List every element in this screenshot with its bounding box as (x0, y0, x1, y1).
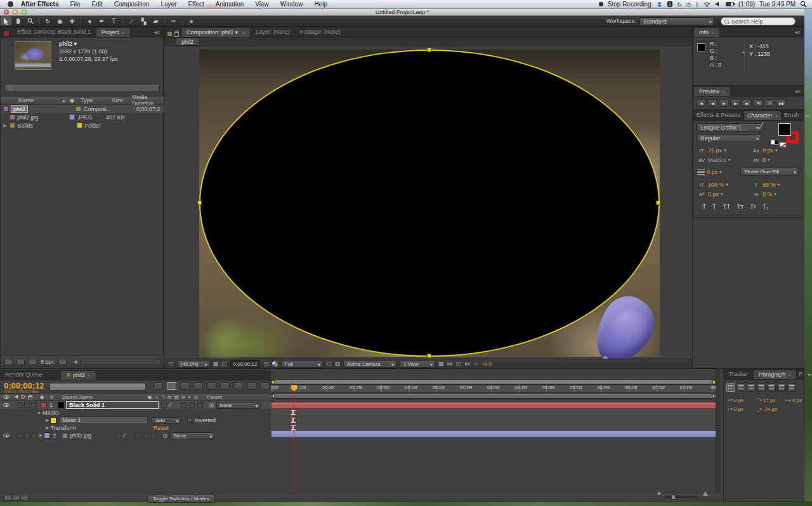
chevron-down-icon[interactable]: ▾ (728, 157, 731, 163)
leading-value[interactable]: 0 px (763, 147, 773, 154)
tab-layer[interactable]: Layer: (none) (251, 27, 295, 37)
layer-bar-black-solid[interactable] (271, 402, 716, 409)
project-row-solids[interactable]: ▶Solids Folder (1, 121, 164, 130)
ellipse-mask-black-solid[interactable] (199, 50, 660, 357)
layer-eye-icon[interactable] (3, 403, 10, 407)
window-title-bar[interactable]: Untitled Project.aep * (0, 9, 804, 16)
bluetooth-icon[interactable]: ᛒ (696, 1, 699, 8)
style-button[interactable]: Tᴛ (737, 203, 743, 210)
blend-switch[interactable] (143, 433, 148, 439)
stop-recording-icon[interactable] (599, 2, 603, 6)
baseline-shift-value[interactable]: 0 px (708, 191, 719, 197)
expand-transfer-controls-icon[interactable] (12, 495, 20, 501)
snapshot-icon[interactable]: ◫ (263, 361, 269, 367)
project-bit-depth[interactable]: 8 bpc (41, 359, 55, 365)
tab-tracker[interactable]: Tracker (724, 370, 753, 379)
interpret-footage-icon[interactable] (4, 359, 13, 365)
tab-project[interactable]: Project× (96, 27, 131, 37)
hand-tool[interactable] (13, 17, 23, 25)
roto-brush-tool[interactable]: ✑ (168, 17, 179, 25)
timeline-search-input[interactable] (49, 383, 146, 390)
indent-right-value[interactable]: 0 px (792, 397, 802, 403)
timeline-tracks-area[interactable]: 0:00f0:15f01:00f01:15f02:00f02:15f03:00f… (271, 369, 720, 502)
sync-icon[interactable]: ↻ (677, 1, 682, 8)
brush-tool[interactable]: ∕ (126, 17, 137, 25)
navigator-start-handle[interactable] (272, 394, 275, 397)
indent-left-value[interactable]: 0 px (734, 397, 743, 403)
horizontal-scale-value[interactable]: 89 % (763, 182, 776, 188)
auto-keyframe-icon[interactable] (247, 382, 256, 390)
style-button[interactable]: T (702, 203, 706, 210)
project-row-phil2[interactable]: phil2 Composi... 0;00;07;2 (1, 105, 164, 113)
transport-button[interactable]: ◀| (707, 99, 717, 107)
tab-info[interactable]: Info× (693, 27, 720, 37)
pixel-aspect-icon[interactable]: ▦ (438, 361, 444, 367)
transparency-grid-icon[interactable]: ▨ (334, 361, 340, 367)
menu-item[interactable]: After Effects (20, 0, 64, 9)
show-channel-icon[interactable] (272, 361, 278, 367)
mask-name[interactable]: Mask 1 (59, 416, 148, 424)
transport-button[interactable]: ◄)) (753, 99, 763, 107)
tab-timeline-phil2[interactable]: phil2× (60, 370, 96, 380)
view-layout-dropdown[interactable]: 1 View (400, 360, 435, 368)
menu-item[interactable]: Window (275, 0, 309, 9)
timeline-zoom-slider[interactable] (665, 496, 698, 498)
masks-group-row[interactable]: ▼ Masks (0, 409, 271, 416)
trash-icon[interactable] (58, 359, 67, 365)
unified-camera-tool[interactable]: ◉ (55, 17, 65, 25)
rotation-tool[interactable]: ↻ (43, 17, 53, 25)
align-right-button[interactable] (747, 383, 756, 392)
3d-view-dropdown[interactable]: Active Camera (343, 360, 396, 368)
space-before-value[interactable]: 17 px (763, 397, 776, 403)
current-time-indicator-line[interactable] (294, 385, 294, 493)
space-after-value[interactable]: -24 px (763, 406, 777, 412)
brainstorm-icon[interactable] (233, 382, 243, 390)
hide-shy-layers-icon[interactable] (193, 382, 203, 390)
vertical-scale-value[interactable]: 100 % (708, 182, 724, 188)
justify-last-center-button[interactable] (767, 383, 776, 392)
tab-brush[interactable]: Brush (782, 110, 802, 120)
tab-extra[interactable]: P (797, 370, 804, 379)
3d-switch[interactable] (197, 403, 203, 408)
stop-recording-label[interactable]: Stop Recording (608, 1, 652, 8)
puppet-pin-tool[interactable]: ∗ (186, 17, 197, 25)
zoom-slider-knob[interactable] (671, 495, 676, 500)
zoom-tool[interactable] (25, 17, 36, 25)
effect-switch[interactable] (181, 403, 187, 408)
mask-vertex-top[interactable] (427, 48, 431, 52)
layer-label-swatch[interactable] (44, 432, 50, 439)
tab-composition[interactable]: Composition: phil2 ▾ × (181, 27, 251, 37)
solo-toggle[interactable] (24, 403, 30, 408)
layer-name[interactable]: Black Solid 1 (66, 401, 159, 409)
effect-switch[interactable] (134, 433, 140, 439)
twirl-down-icon[interactable]: ▼ (37, 411, 41, 415)
work-area-start-handle[interactable] (272, 380, 275, 384)
tracking-value[interactable]: 0 (763, 157, 766, 163)
quality-slash-icon[interactable]: ∕ (124, 432, 125, 439)
shape-tool[interactable]: ● (84, 17, 95, 25)
live-update-icon[interactable] (167, 382, 176, 390)
transform-label[interactable]: Transform (50, 425, 76, 431)
font-size-value[interactable]: 75 px (708, 147, 722, 154)
parent-pickwhip-icon[interactable] (209, 403, 214, 408)
font-family-dropdown[interactable]: League Gothic (... (697, 123, 761, 131)
workspace-dropdown[interactable]: Standard (639, 17, 714, 25)
label-swatch[interactable] (77, 123, 82, 128)
selection-tool[interactable] (1, 17, 11, 25)
mask-color-swatch[interactable] (50, 417, 56, 423)
flowchart-icon[interactable]: ⋈ (464, 361, 470, 367)
chevron-down-icon[interactable]: ▾ (775, 192, 777, 197)
masks-group-label[interactable]: Masks (43, 409, 59, 416)
audio-toggle[interactable] (17, 433, 23, 439)
layer-name[interactable]: phil2.jpg (70, 432, 91, 439)
exposure-value[interactable]: +0.0 (481, 361, 492, 367)
mask-vertex-left[interactable] (197, 201, 202, 205)
panel-menu-icon[interactable]: ▾≡ (804, 371, 812, 379)
volume-icon[interactable] (715, 1, 721, 7)
eyedropper-icon[interactable]: ╱ (759, 122, 768, 130)
align-center-button[interactable] (737, 383, 745, 392)
clone-stamp-tool[interactable]: ▚ (138, 17, 149, 25)
tab-footage[interactable]: Footage: (none) (295, 27, 346, 37)
expand-arrow-icon[interactable]: ▶ (3, 123, 6, 128)
motion-blur-icon[interactable] (220, 382, 230, 390)
